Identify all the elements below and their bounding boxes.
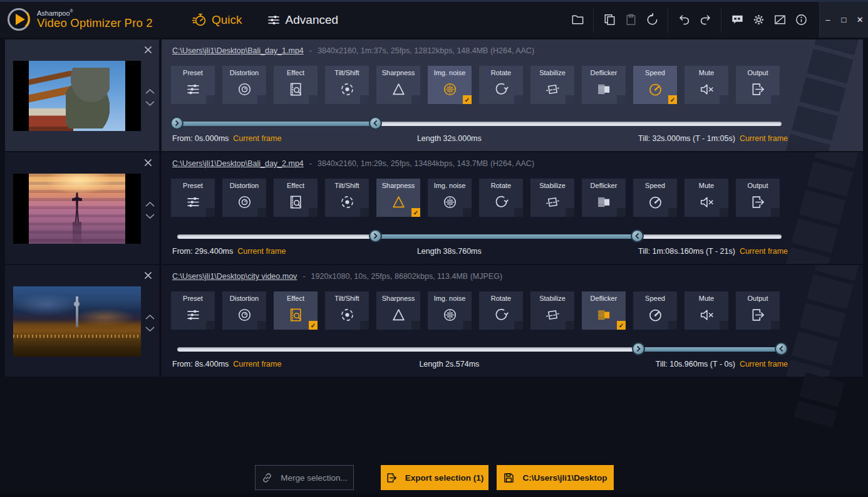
tool-button-distortion[interactable]: Distortion xyxy=(222,179,266,217)
file-path-link[interactable]: C:\Users\jli1\Desktop\Bali_day_1.mp4 xyxy=(172,46,304,55)
tool-button-speed[interactable]: Speed xyxy=(633,179,677,217)
tool-checkbox[interactable] xyxy=(566,321,574,330)
tool-checkbox[interactable]: ✓ xyxy=(463,95,472,104)
from-current-frame-link[interactable]: Current frame xyxy=(233,360,281,369)
move-down-button[interactable] xyxy=(144,100,155,107)
tool-button-rotate[interactable]: Rotate xyxy=(479,291,523,330)
export-selection-button[interactable]: Export selection (1) xyxy=(381,465,488,490)
from-current-frame-link[interactable]: Current frame xyxy=(237,247,286,256)
tool-checkbox[interactable] xyxy=(566,95,574,104)
file-path-link[interactable]: C:\Users\jli1\Desktop\Bali_day_2.mp4 xyxy=(172,159,304,168)
tool-checkbox[interactable] xyxy=(463,321,472,330)
video-thumbnail[interactable] xyxy=(13,174,141,244)
tool-checkbox[interactable] xyxy=(771,95,780,104)
tool-checkbox[interactable] xyxy=(617,208,626,217)
tool-checkbox[interactable] xyxy=(514,95,523,104)
remove-video-button[interactable] xyxy=(143,157,153,167)
tool-button-effect[interactable]: Effect xyxy=(274,179,318,217)
tool-checkbox[interactable]: ✓ xyxy=(668,95,677,104)
tool-button-output[interactable]: Output xyxy=(736,291,780,330)
tool-checkbox[interactable] xyxy=(617,95,626,104)
tool-button-output[interactable]: Output xyxy=(736,66,780,104)
tool-checkbox[interactable]: ✓ xyxy=(411,208,420,217)
reset-icon[interactable] xyxy=(644,13,659,28)
tool-checkbox[interactable] xyxy=(771,321,780,330)
tool-button-preset[interactable]: Preset xyxy=(171,291,215,330)
remove-video-button[interactable] xyxy=(143,270,153,280)
trim-slider[interactable] xyxy=(177,342,782,357)
tab-quick[interactable]: Quick xyxy=(192,12,242,28)
move-down-button[interactable] xyxy=(144,213,155,219)
tool-checkbox[interactable] xyxy=(463,208,472,217)
tool-checkbox[interactable] xyxy=(309,95,318,104)
minimize-button[interactable]: – xyxy=(822,15,834,24)
output-path-button[interactable]: C:\Users\jli1\Desktop xyxy=(497,465,614,490)
open-folder-button[interactable] xyxy=(570,13,585,28)
tool-checkbox[interactable] xyxy=(668,321,677,330)
tool-checkbox[interactable] xyxy=(720,208,728,217)
tool-checkbox[interactable]: ✓ xyxy=(309,321,318,330)
tool-button-output[interactable]: Output xyxy=(736,179,780,217)
tool-button-effect[interactable]: Effect xyxy=(274,66,318,104)
till-current-frame-link[interactable]: Current frame xyxy=(740,247,788,256)
move-up-button[interactable] xyxy=(144,314,155,320)
tool-checkbox[interactable] xyxy=(360,95,369,104)
move-down-button[interactable] xyxy=(144,326,155,332)
tool-button-mute[interactable]: Mute xyxy=(685,291,728,330)
tool-checkbox[interactable] xyxy=(360,208,369,217)
tool-button-stabilize[interactable]: Stabilize xyxy=(530,291,574,330)
video-thumbnail[interactable] xyxy=(13,61,141,131)
trim-slider[interactable] xyxy=(177,116,782,131)
trim-handle-left[interactable] xyxy=(170,117,183,130)
paste-button[interactable] xyxy=(623,13,638,28)
tool-checkbox[interactable] xyxy=(720,95,728,104)
tool-button-rotate[interactable]: Rotate xyxy=(479,179,523,217)
tool-button-tilt-shift[interactable]: Tilt/Shift xyxy=(325,291,369,330)
trim-slider[interactable] xyxy=(177,229,782,244)
merge-selection-button[interactable]: Merge selection... xyxy=(255,465,354,490)
remove-video-button[interactable] xyxy=(143,44,153,55)
trim-handle-right[interactable] xyxy=(775,342,788,355)
theme-icon[interactable] xyxy=(772,13,787,28)
tool-button-mute[interactable]: Mute xyxy=(685,66,728,104)
tool-button-deflicker[interactable]: Deflicker xyxy=(582,179,626,217)
tool-button-stabilize[interactable]: Stabilize xyxy=(530,66,574,104)
maximize-button[interactable]: □ xyxy=(837,15,850,24)
tool-button-stabilize[interactable]: Stabilize xyxy=(530,179,574,217)
feedback-icon[interactable] xyxy=(730,13,745,28)
tool-checkbox[interactable] xyxy=(257,321,266,330)
tool-button-preset[interactable]: Preset xyxy=(171,179,215,217)
tool-button-mute[interactable]: Mute xyxy=(685,179,728,217)
tool-checkbox[interactable] xyxy=(514,321,523,330)
move-up-button[interactable] xyxy=(144,201,155,207)
tool-checkbox[interactable] xyxy=(206,321,215,330)
tool-checkbox[interactable] xyxy=(257,95,266,104)
tool-button-distortion[interactable]: Distortion xyxy=(222,291,266,330)
tool-button-img-noise[interactable]: Img. noise xyxy=(428,179,472,217)
tool-button-img-noise[interactable]: Img. noise✓ xyxy=(428,66,472,104)
tool-button-tilt-shift[interactable]: Tilt/Shift xyxy=(325,66,369,104)
tool-button-sharpness[interactable]: Sharpness✓ xyxy=(376,179,420,217)
tool-button-speed[interactable]: Speed✓ xyxy=(633,66,677,104)
tool-checkbox[interactable]: ✓ xyxy=(617,321,626,330)
trim-handle-right[interactable] xyxy=(369,117,382,130)
trim-handle-left[interactable] xyxy=(632,342,645,355)
video-thumbnail[interactable] xyxy=(13,286,141,357)
tool-button-deflicker[interactable]: Deflicker✓ xyxy=(582,291,626,330)
tool-button-effect[interactable]: Effect✓ xyxy=(274,291,318,330)
tool-button-rotate[interactable]: Rotate xyxy=(479,66,523,104)
file-path-link[interactable]: C:\Users\jli1\Desktop\city video.mov xyxy=(172,272,297,281)
undo-button[interactable] xyxy=(676,13,691,28)
tool-checkbox[interactable] xyxy=(206,95,215,104)
tool-button-img-noise[interactable]: Img. noise xyxy=(428,291,472,330)
till-current-frame-link[interactable]: Current frame xyxy=(740,360,788,369)
copy-button[interactable] xyxy=(602,13,617,28)
tool-checkbox[interactable] xyxy=(360,321,369,330)
tool-checkbox[interactable] xyxy=(771,208,780,217)
settings-gear-icon[interactable] xyxy=(751,13,766,28)
info-icon[interactable] xyxy=(793,13,809,28)
close-button[interactable]: ✕ xyxy=(854,15,866,24)
tool-button-distortion[interactable]: Distortion xyxy=(222,66,266,104)
tool-checkbox[interactable] xyxy=(566,208,574,217)
tool-button-preset[interactable]: Preset xyxy=(171,66,215,104)
